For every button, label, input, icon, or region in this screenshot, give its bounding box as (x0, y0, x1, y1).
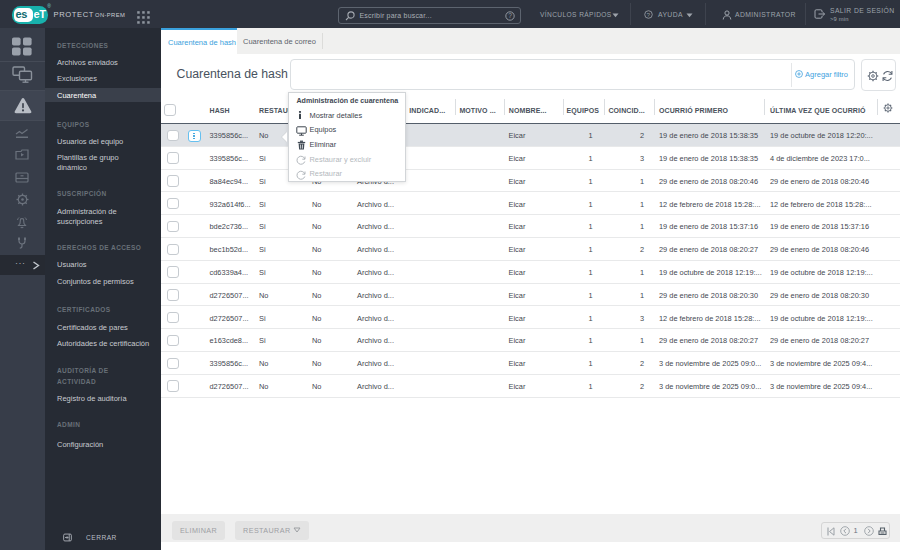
svg-text:?: ? (508, 12, 512, 19)
svg-text:?: ? (647, 12, 651, 18)
